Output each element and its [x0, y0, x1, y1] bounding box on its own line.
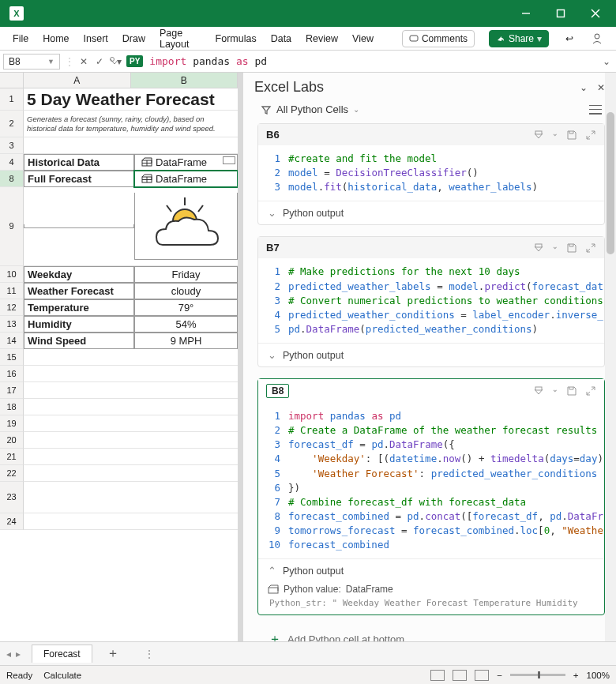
row-header[interactable]: 12 [0, 299, 24, 316]
output-mode-icon[interactable] [533, 242, 544, 254]
cell-a8[interactable]: Full Forecast [24, 171, 134, 187]
cell-a14[interactable]: Wind Speed [24, 333, 134, 349]
zoom-in-button[interactable]: + [573, 671, 579, 680]
row-header[interactable]: 17 [0, 382, 24, 399]
cell-a11[interactable]: Weather Forecast [24, 283, 134, 299]
cell-b8[interactable]: DataFrame [134, 171, 238, 187]
python-output-toggle[interactable]: ⌄Python output [258, 201, 604, 224]
formula-token: import [149, 55, 193, 67]
account-icon[interactable] [591, 30, 604, 47]
save-icon[interactable] [566, 385, 577, 396]
row-header[interactable]: 15 [0, 349, 24, 366]
fx-menu-icon[interactable]: ▾ [109, 55, 122, 68]
worksheet-grid[interactable]: A B 15 Day Weather Forecast 2Generates a… [0, 73, 243, 641]
row-header[interactable]: 14 [0, 333, 24, 349]
maximize-button[interactable] [543, 0, 578, 27]
row-header[interactable]: 23 [0, 482, 24, 513]
cell-b11[interactable]: cloudy [134, 283, 238, 299]
row-header[interactable]: 3 [0, 137, 24, 154]
code-editor[interactable]: 1#create and fit the model2model = Decis… [258, 145, 604, 201]
sheet-nav[interactable]: ◂▸ [0, 648, 27, 660]
pane-title: Excel Labs [254, 79, 324, 96]
cell-b14[interactable]: 9 MPH [134, 333, 238, 349]
ribbon-tab-insert[interactable]: Insert [84, 33, 108, 44]
cell-b13[interactable]: 54% [134, 316, 238, 333]
cell-a12[interactable]: Temperature [24, 299, 134, 316]
formula-expand-icon[interactable]: ⌄ [600, 55, 613, 68]
row-header[interactable]: 16 [0, 366, 24, 382]
row-header[interactable]: 9 [0, 187, 24, 266]
row-header[interactable]: 24 [0, 513, 24, 530]
output-mode-icon[interactable] [533, 130, 544, 141]
name-box[interactable]: B8▼ [3, 54, 60, 70]
code-editor[interactable]: 1# Make predictions for the next 10 days… [258, 258, 604, 343]
add-sheet-button[interactable]: ＋ [92, 645, 133, 662]
formula-input[interactable]: import pandas as pd [145, 54, 599, 69]
cell-b10[interactable]: Friday [134, 266, 238, 283]
python-output-toggle[interactable]: ⌃Python output [258, 558, 604, 582]
ribbon-tab-review[interactable]: Review [306, 33, 338, 44]
cell-a13[interactable]: Humidity [24, 316, 134, 333]
save-icon[interactable] [566, 242, 577, 254]
save-icon[interactable] [566, 130, 577, 141]
pane-collapse-icon[interactable]: ⌄ [580, 82, 588, 93]
ribbon-tab-draw[interactable]: Draw [122, 33, 145, 44]
cell-b12[interactable]: 79° [134, 299, 238, 316]
row-header[interactable]: 1 [0, 88, 24, 111]
share-button[interactable]: Share ▾ [489, 30, 549, 47]
python-output-toggle[interactable]: ⌄Python output [258, 343, 604, 366]
col-header-a[interactable]: A [24, 73, 131, 88]
close-button[interactable] [578, 0, 613, 27]
cell-a4[interactable]: Historical Data [24, 154, 134, 171]
comments-button[interactable]: Comments [402, 30, 475, 47]
zoom-level[interactable]: 100% [587, 671, 610, 680]
row-header[interactable]: 8 [0, 171, 24, 187]
zoom-out-button[interactable]: − [497, 671, 502, 680]
ribbon-tab-home[interactable]: Home [43, 33, 69, 44]
row-header[interactable]: 10 [0, 266, 24, 283]
pane-menu-icon[interactable] [589, 105, 602, 115]
filter-dropdown[interactable]: All Python Cells ⌄ [261, 103, 359, 115]
minimize-button[interactable] [509, 0, 543, 27]
view-pagelayout-icon[interactable] [453, 670, 467, 681]
row-header[interactable]: 2 [0, 111, 24, 137]
add-python-cell-button[interactable]: ＋ Add Python cell at bottom [257, 626, 605, 641]
sheet-tab-forecast[interactable]: Forecast [32, 645, 92, 663]
row-header[interactable]: 18 [0, 399, 24, 415]
row-header[interactable]: 19 [0, 415, 24, 432]
cancel-icon[interactable]: ✕ [77, 55, 90, 68]
row-header[interactable]: 13 [0, 316, 24, 333]
cell-b4[interactable]: DataFrame [134, 154, 238, 171]
card-cellref[interactable]: B8 [266, 384, 289, 398]
view-normal-icon[interactable] [430, 670, 445, 681]
select-all-corner[interactable] [0, 73, 24, 88]
row-header[interactable]: 4 [0, 154, 24, 171]
view-pagebreak-icon[interactable] [475, 670, 489, 681]
history-icon[interactable]: ↩ [563, 30, 577, 47]
ribbon-tab-view[interactable]: View [352, 33, 374, 44]
status-calculate[interactable]: Calculate [43, 671, 81, 680]
expand-icon[interactable] [585, 130, 596, 141]
expand-icon[interactable] [585, 385, 596, 396]
cell-a10[interactable]: Weekday [24, 266, 134, 283]
ribbon-tab-file[interactable]: File [13, 33, 28, 44]
row-header[interactable]: 20 [0, 432, 24, 449]
output-mode-icon[interactable] [533, 385, 544, 396]
card-icon[interactable] [223, 156, 235, 164]
ribbon-tab-pagelayout[interactable]: Page Layout [160, 28, 201, 50]
ribbon-tab-formulas[interactable]: Formulas [216, 33, 257, 44]
pane-scrollbar[interactable] [605, 73, 616, 641]
enter-icon[interactable]: ✓ [93, 55, 106, 68]
pane-close-icon[interactable]: ✕ [597, 82, 605, 93]
card-cellref[interactable]: B6 [266, 129, 280, 141]
sheet-menu-icon[interactable]: ⋮ [133, 648, 165, 660]
row-header[interactable]: 22 [0, 465, 24, 482]
ribbon-tab-data[interactable]: Data [271, 33, 291, 44]
row-header[interactable]: 21 [0, 449, 24, 465]
row-header[interactable]: 11 [0, 283, 24, 299]
card-cellref[interactable]: B7 [266, 242, 280, 254]
zoom-slider[interactable] [510, 674, 565, 676]
code-editor[interactable]: 1import pandas as pd2# Create a DataFram… [258, 403, 604, 558]
col-header-b[interactable]: B [131, 73, 239, 88]
expand-icon[interactable] [585, 242, 596, 254]
